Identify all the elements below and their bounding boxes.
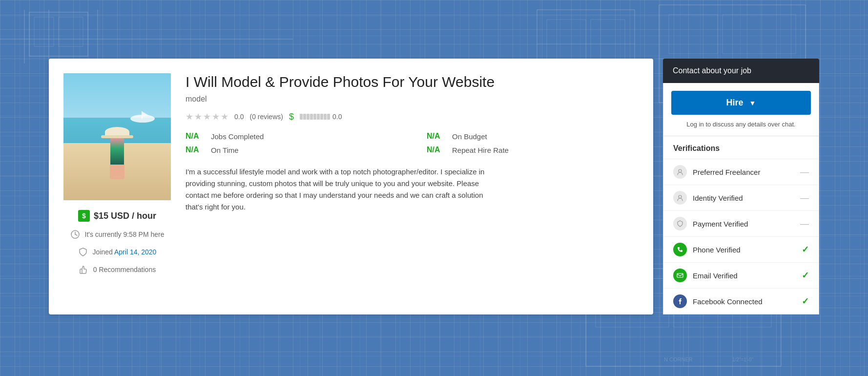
verifications-panel: Verifications Preferred Freelancer —: [663, 136, 819, 314]
payment-status: —: [800, 219, 809, 229]
login-text: Log in to discuss any details over chat.: [671, 121, 811, 128]
thumbs-up-icon: [79, 265, 88, 274]
main-container: $ $15 USD / hour It's currently 9:58 PM …: [49, 59, 819, 314]
on-time-row: N/A On Time: [186, 146, 397, 154]
svg-text:N CORNER: N CORNER: [664, 356, 693, 362]
star-3: ★: [203, 111, 211, 122]
phone-label: Phone Verified: [693, 246, 796, 254]
profile-image: [63, 73, 171, 200]
preferred-freelancer-icon: [673, 165, 687, 179]
phone-icon: [673, 243, 687, 256]
on-time-label: On Time: [211, 146, 239, 154]
svg-rect-30: [677, 273, 683, 277]
verification-phone: Phone Verified ✓: [663, 237, 819, 263]
facebook-label: Facebook Connected: [693, 297, 796, 306]
star-1: ★: [186, 111, 193, 122]
on-time-value: N/A: [186, 146, 205, 154]
identity-icon: [673, 191, 687, 205]
rating-value: 0.0: [234, 113, 244, 121]
payment-icon: [673, 217, 687, 230]
verification-payment: Payment Verified —: [663, 211, 819, 237]
boat-icon: [128, 109, 157, 124]
repeat-hire-row: N/A Repeat Hire Rate: [427, 146, 639, 154]
svg-rect-23: [142, 111, 143, 119]
svg-text:1/2"=1'-0": 1/2"=1'-0": [732, 357, 754, 362]
joined-text: Joined April 14, 2020: [93, 248, 157, 256]
svg-line-27: [75, 234, 77, 235]
rate-text: $15 USD / hour: [94, 211, 156, 221]
bar-seg-8: [324, 114, 327, 120]
service-title: I Will Model & Provide Photos For Your W…: [186, 73, 639, 91]
recommendations-row: 0 Recommendations: [79, 265, 156, 274]
profile-card: $ $15 USD / hour It's currently 9:58 PM …: [49, 59, 653, 314]
bar-seg-4: [310, 114, 313, 120]
svg-marker-24: [143, 112, 149, 116]
stats-grid: N/A Jobs Completed N/A On Budget N/A On …: [186, 132, 639, 154]
bar-seg-9: [327, 114, 330, 120]
rate-badge: $ $15 USD / hour: [78, 210, 156, 222]
figure-legs: [110, 165, 124, 179]
verification-preferred-freelancer: Preferred Freelancer —: [663, 159, 819, 185]
svg-rect-12: [669, 15, 718, 54]
star-5: ★: [221, 111, 228, 122]
hire-button[interactable]: Hire ▼: [671, 91, 811, 115]
verification-identity: Identity Verified —: [663, 185, 819, 211]
payment-label: Payment Verified: [693, 220, 794, 228]
email-label: Email Verified: [693, 272, 796, 280]
facebook-icon: [673, 294, 687, 308]
hire-button-label: Hire: [726, 98, 744, 108]
on-budget-row: N/A On Budget: [427, 132, 639, 141]
category-tag: model: [186, 95, 639, 104]
figure-hat: [105, 127, 129, 137]
profile-right: I Will Model & Provide Photos For Your W…: [186, 73, 639, 300]
verification-facebook: Facebook Connected ✓: [663, 289, 819, 314]
contact-header: Contact about your job: [663, 59, 819, 83]
rate-icon: $: [78, 210, 90, 222]
email-status: ✓: [802, 270, 809, 281]
jobs-completed-row: N/A Jobs Completed: [186, 132, 397, 141]
star-4: ★: [212, 111, 220, 122]
identity-label: Identity Verified: [693, 194, 794, 202]
bar-seg-6: [317, 114, 320, 120]
svg-rect-6: [59, 17, 83, 46]
phone-status: ✓: [802, 244, 809, 255]
repeat-hire-label: Repeat Hire Rate: [452, 146, 509, 154]
jobs-completed-value: N/A: [186, 132, 205, 141]
verification-email: Email Verified ✓: [663, 263, 819, 289]
verifications-title: Verifications: [663, 136, 819, 159]
time-text: It's currently 9:58 PM here: [85, 230, 165, 238]
description: I'm a successful lifestyle model and wor…: [186, 166, 498, 213]
recommendations-text: 0 Recommendations: [93, 266, 156, 273]
profile-left: $ $15 USD / hour It's currently 9:58 PM …: [63, 73, 171, 300]
figure-body: [110, 138, 124, 165]
rating-row: ★ ★ ★ ★ ★ 0.0 (0 reviews) $: [186, 111, 639, 122]
on-budget-label: On Budget: [452, 132, 487, 141]
preferred-freelancer-status: —: [800, 167, 809, 177]
identity-status: —: [800, 193, 809, 203]
joined-row: Joined April 14, 2020: [78, 247, 157, 257]
earnings-bar: 0.0: [300, 113, 342, 121]
bar-seg-7: [320, 114, 323, 120]
hire-chevron-icon: ▼: [749, 99, 756, 107]
beach-figure: [103, 127, 132, 186]
bar-seg-2: [303, 114, 306, 120]
earnings-icon: $: [289, 112, 294, 122]
bar-seg-3: [307, 114, 310, 120]
preferred-freelancer-label: Preferred Freelancer: [693, 168, 794, 176]
email-icon: [673, 269, 687, 282]
earnings-value: 0.0: [332, 113, 342, 121]
bar-seg-5: [313, 114, 316, 120]
time-row: It's currently 9:58 PM here: [70, 230, 165, 239]
shield-small-icon: [78, 247, 88, 257]
jobs-completed-label: Jobs Completed: [211, 132, 264, 141]
joined-date-link[interactable]: April 14, 2020: [114, 248, 156, 256]
svg-rect-5: [34, 17, 54, 46]
svg-rect-13: [723, 15, 796, 54]
facebook-status: ✓: [802, 296, 809, 307]
hire-section: Hire ▼ Log in to discuss any details ove…: [663, 83, 819, 136]
on-budget-value: N/A: [427, 132, 446, 141]
stars: ★ ★ ★ ★ ★: [186, 111, 228, 122]
sidebar: Contact about your job Hire ▼ Log in to …: [663, 59, 819, 314]
repeat-hire-value: N/A: [427, 146, 446, 154]
svg-point-28: [679, 169, 682, 172]
